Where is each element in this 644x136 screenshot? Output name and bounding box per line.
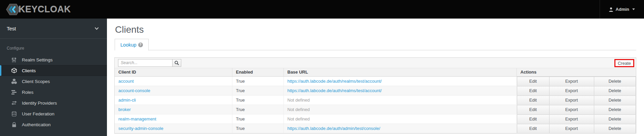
chevron-down-icon: [94, 27, 99, 30]
enabled-cell: True: [232, 86, 283, 95]
client-id-link[interactable]: broker: [118, 107, 131, 112]
edit-button[interactable]: Edit: [517, 105, 550, 114]
list-bars-icon: [11, 89, 17, 95]
sidebar-item-authentication[interactable]: Authentication: [0, 119, 107, 130]
delete-button[interactable]: Delete: [594, 124, 636, 133]
edit-button[interactable]: Edit: [517, 86, 550, 95]
search-icon: [175, 61, 179, 65]
exchange-arrows-icon: [11, 100, 17, 106]
top-bar: KEYCLOAK Admin: [0, 0, 644, 19]
user-icon: [609, 7, 613, 12]
table-toolbar: Create: [115, 58, 636, 68]
sidebar: Test Configure Realm Settings Clients: [0, 19, 107, 136]
sidebar-item-label: Authentication: [22, 122, 51, 127]
table-row: broker True Not defined Edit Export Dele…: [115, 105, 636, 114]
edit-button[interactable]: Edit: [517, 77, 550, 86]
brand-text: KEYCLOAK: [18, 4, 71, 15]
export-button[interactable]: Export: [549, 114, 594, 124]
client-id-link[interactable]: realm-management: [118, 116, 156, 121]
export-button[interactable]: Export: [549, 86, 594, 95]
export-button[interactable]: Export: [549, 96, 594, 105]
table-row: account True https://auth.labcode.de/aut…: [115, 76, 636, 86]
sidebar-item-label: Realm Settings: [22, 57, 53, 62]
clients-table: Client ID Enabled Base URL Actions accou…: [115, 68, 636, 133]
table-row: realm-management True Not defined Edit E…: [115, 114, 636, 124]
configure-section-label: Configure: [7, 46, 107, 51]
enabled-cell: True: [232, 124, 283, 133]
export-button[interactable]: Export: [549, 77, 594, 86]
delete-button[interactable]: Delete: [594, 86, 636, 95]
cube-icon: [11, 68, 17, 74]
export-button[interactable]: Export: [549, 124, 594, 133]
col-header-client-id: Client ID: [115, 68, 232, 76]
table-row: security-admin-console True https://auth…: [115, 124, 636, 133]
client-id-link[interactable]: security-admin-console: [118, 126, 163, 131]
client-id-link[interactable]: admin-cli: [118, 98, 136, 103]
sidebar-item-label: Clients: [22, 68, 36, 73]
sidebar-item-identity-providers[interactable]: Identity Providers: [0, 98, 107, 108]
table-row: account-console True https://auth.labcod…: [115, 86, 636, 95]
export-button[interactable]: Export: [549, 105, 594, 114]
tab-lookup-label: Lookup: [120, 42, 137, 48]
delete-button[interactable]: Delete: [594, 77, 636, 86]
enabled-cell: True: [232, 105, 283, 114]
delete-button[interactable]: Delete: [594, 105, 636, 114]
table-header-row: Client ID Enabled Base URL Actions: [115, 68, 636, 76]
col-header-enabled: Enabled: [232, 68, 283, 76]
client-id-link[interactable]: account-console: [118, 88, 150, 93]
lock-icon: [11, 122, 17, 128]
page-title: Clients: [115, 24, 644, 35]
clients-table-panel: Create Client ID Enabled Base URL Action…: [114, 57, 636, 134]
sidebar-item-label: Client Scopes: [22, 79, 50, 84]
enabled-cell: True: [232, 95, 283, 105]
sidebar-item-label: User Federation: [22, 111, 54, 116]
sidebar-item-clients[interactable]: Clients: [0, 65, 107, 76]
base-url-cell: Not defined: [283, 95, 517, 105]
keycloak-logo: KEYCLOAK: [0, 3, 71, 16]
tab-lookup[interactable]: Lookup ?: [115, 39, 149, 51]
delete-button[interactable]: Delete: [594, 114, 636, 124]
enabled-cell: True: [232, 76, 283, 86]
create-button[interactable]: Create: [614, 59, 634, 67]
sliders-icon: [11, 57, 17, 63]
table-row: admin-cli True Not defined Edit Export D…: [115, 95, 636, 105]
sidebar-item-label: Roles: [22, 90, 34, 95]
chevron-down-icon: [632, 8, 635, 10]
database-icon: [11, 111, 17, 117]
delete-button[interactable]: Delete: [594, 96, 636, 105]
sidebar-item-user-federation[interactable]: User Federation: [0, 108, 107, 119]
client-id-link[interactable]: account: [118, 79, 134, 84]
base-url-cell: Not defined: [283, 114, 517, 124]
base-url-cell: https://auth.labcode.de/auth/realms/test…: [283, 76, 517, 86]
main-content: Clients Lookup ? Create: [107, 19, 644, 136]
base-url-cell: https://auth.labcode.de/auth/realms/test…: [283, 86, 517, 95]
base-url-cell: https://auth.labcode.de/auth/admin/test/…: [283, 124, 517, 133]
sidebar-item-client-scopes[interactable]: Client Scopes: [0, 76, 107, 87]
search-button[interactable]: [173, 59, 181, 67]
cubes-icon: [11, 79, 17, 84]
sidebar-item-roles[interactable]: Roles: [0, 87, 107, 98]
sidebar-item-realm-settings[interactable]: Realm Settings: [0, 54, 107, 65]
search-input[interactable]: [118, 59, 173, 67]
edit-button[interactable]: Edit: [517, 124, 550, 133]
col-header-base-url: Base URL: [283, 68, 517, 76]
edit-button[interactable]: Edit: [517, 114, 550, 124]
edit-button[interactable]: Edit: [517, 96, 550, 105]
user-menu[interactable]: Admin: [600, 0, 644, 19]
enabled-cell: True: [232, 114, 283, 124]
tab-bar: Lookup ?: [115, 38, 636, 50]
realm-name: Test: [7, 26, 16, 31]
realm-selector[interactable]: Test: [0, 19, 107, 39]
help-icon[interactable]: ?: [138, 43, 143, 47]
sidebar-item-label: Identity Providers: [22, 101, 57, 106]
base-url-cell: Not defined: [283, 105, 517, 114]
user-name: Admin: [616, 7, 629, 12]
col-header-actions: Actions: [517, 68, 636, 76]
